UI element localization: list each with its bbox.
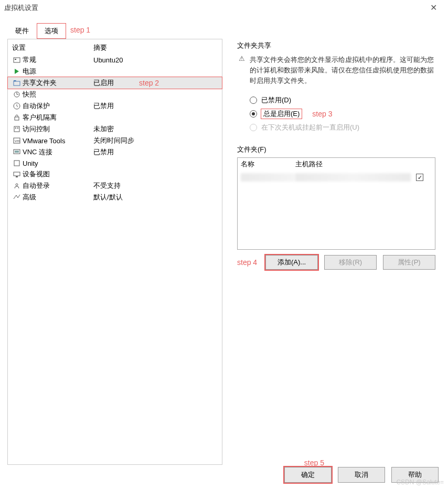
folder-list[interactable]: 名称 主机路径 ✓: [237, 157, 435, 250]
row-summary: 已禁用: [93, 101, 218, 111]
svg-rect-13: [14, 161, 19, 166]
tab-bar: 硬件 选项 step 1: [7, 23, 448, 39]
cancel-button[interactable]: 取消: [338, 467, 385, 483]
radio-group: 已禁用(D) 总是启用(E) step 3 在下次关机或挂起前一直启用(U): [250, 93, 435, 134]
svg-rect-1: [15, 59, 16, 60]
unity-icon: [12, 159, 22, 167]
folder-checkbox[interactable]: ✓: [416, 174, 423, 181]
vnc-icon: [12, 148, 22, 156]
tab-hardware[interactable]: 硬件: [7, 23, 37, 39]
step4-annotation: step 4: [237, 258, 257, 267]
folders-title: 文件夹(F): [237, 145, 435, 154]
row-label: 快照: [23, 90, 93, 99]
row-access-control[interactable]: 访问控制 未加密: [8, 123, 222, 135]
row-label: 客户机隔离: [23, 113, 93, 122]
svg-rect-8: [17, 127, 18, 129]
access-icon: [12, 125, 22, 133]
row-guest-isolation[interactable]: 客户机隔离: [8, 112, 222, 123]
titlebar: 虚拟机设置 ✕: [0, 0, 448, 16]
step5-annotation: step 5: [304, 459, 324, 467]
share-title: 文件夹共享: [237, 41, 435, 50]
row-label: Unity: [23, 160, 93, 167]
row-label: 高级: [23, 193, 93, 202]
svg-text:vm: vm: [15, 139, 20, 143]
svg-rect-0: [14, 58, 20, 62]
folder-buttons: step 4 添加(A)... 移除(R) 属性(P): [237, 255, 435, 270]
row-label: 设备视图: [23, 169, 93, 179]
add-button[interactable]: 添加(A)...: [265, 255, 318, 270]
row-shared-folders[interactable]: 共享文件夹 已启用 step 2: [8, 77, 222, 89]
row-auto-login[interactable]: 自动登录 不受支持: [8, 180, 222, 192]
settings-list-panel: 设置 摘要 常规 Ubuntu20 电源 共享文件夹 已启用 step 2 快照…: [7, 39, 222, 465]
close-icon[interactable]: ✕: [423, 3, 444, 13]
settings-header: 设置 摘要: [8, 41, 222, 54]
row-label: VNC 连接: [23, 147, 93, 157]
radio-until-shutdown: 在下次关机或挂起前一直启用(U): [250, 121, 435, 134]
vm-icon: vm: [12, 136, 22, 145]
folders-section: 文件夹(F) 名称 主机路径 ✓ step 4 添加(A)... 移除(R) 属…: [237, 145, 435, 270]
radio-label: 总是启用(E): [261, 109, 302, 119]
ok-button[interactable]: 确定: [284, 467, 332, 483]
lock-icon: [12, 113, 22, 122]
radio-always[interactable]: 总是启用(E) step 3: [250, 107, 435, 121]
general-icon: [12, 56, 22, 64]
remove-button: 移除(R): [324, 255, 377, 270]
folder-header-name: 名称: [241, 160, 295, 169]
svg-point-16: [16, 184, 18, 186]
radio-label: 已禁用(D): [261, 95, 291, 105]
detail-panel: 文件夹共享 ⚠ 共享文件夹会将您的文件显示给虚拟机中的程序。这可能为您的计算机和…: [232, 39, 441, 465]
warning-block: ⚠ 共享文件夹会将您的文件显示给虚拟机中的程序。这可能为您的计算机和数据带来风险…: [237, 55, 435, 86]
row-label: 访问控制: [23, 124, 93, 134]
folder-header-path: 主机路径: [295, 160, 432, 169]
svg-rect-12: [15, 151, 19, 153]
content-area: 设置 摘要 常规 Ubuntu20 电源 共享文件夹 已启用 step 2 快照…: [7, 39, 441, 465]
row-power[interactable]: 电源: [8, 66, 222, 77]
row-advanced[interactable]: 高级 默认/默认: [8, 192, 222, 203]
radio-icon: [250, 110, 257, 118]
folder-path-cell: [295, 173, 411, 182]
row-vnc[interactable]: VNC 连接 已禁用: [8, 146, 222, 158]
row-summary: Ubuntu20: [93, 56, 218, 64]
row-label: VMware Tools: [23, 137, 93, 145]
tab-options[interactable]: 选项: [37, 23, 66, 39]
properties-button: 属性(P): [383, 255, 435, 270]
watermark: CSDN @Salute=: [396, 479, 444, 486]
row-vmware-tools[interactable]: vm VMware Tools 关闭时间同步: [8, 135, 222, 146]
row-general[interactable]: 常规 Ubuntu20: [8, 54, 222, 66]
login-icon: [12, 182, 22, 190]
step1-annotation: step 1: [66, 23, 94, 37]
window-title: 虚拟机设置: [4, 3, 423, 13]
radio-icon: [250, 97, 257, 104]
advanced-icon: [12, 193, 22, 201]
row-label: 共享文件夹: [23, 78, 93, 88]
warning-text: 共享文件夹会将您的文件显示给虚拟机中的程序。这可能为您的计算机和数据带来风险。请…: [250, 55, 435, 86]
header-summary: 摘要: [93, 43, 218, 52]
svg-rect-14: [14, 172, 20, 176]
folder-name-cell: [241, 173, 295, 182]
folder-header: 名称 主机路径: [238, 158, 435, 171]
row-label: 自动保护: [23, 101, 93, 111]
step3-annotation: step 3: [312, 110, 332, 118]
warning-icon: ⚠: [237, 55, 247, 86]
radio-label: 在下次关机或挂起前一直启用(U): [261, 123, 359, 132]
folder-icon: [12, 79, 22, 87]
clock-icon: [12, 102, 22, 110]
row-snapshot[interactable]: 快照: [8, 89, 222, 100]
row-device-view[interactable]: 设备视图: [8, 168, 222, 180]
row-summary: 未加密: [93, 124, 218, 134]
svg-rect-2: [14, 81, 20, 86]
svg-rect-7: [15, 127, 16, 129]
row-summary: 默认/默认: [93, 193, 218, 202]
row-summary: 关闭时间同步: [93, 136, 218, 145]
device-icon: [12, 170, 22, 178]
row-label: 自动登录: [23, 181, 93, 190]
svg-rect-5: [15, 117, 19, 120]
row-label: 常规: [23, 55, 93, 65]
folder-row[interactable]: ✓: [238, 171, 435, 184]
row-unity[interactable]: Unity: [8, 158, 222, 168]
radio-disabled[interactable]: 已禁用(D): [250, 93, 435, 107]
row-autoprotect[interactable]: 自动保护 已禁用: [8, 100, 222, 112]
snapshot-icon: [12, 90, 22, 99]
svg-rect-15: [16, 176, 18, 177]
header-name: 设置: [12, 43, 93, 52]
